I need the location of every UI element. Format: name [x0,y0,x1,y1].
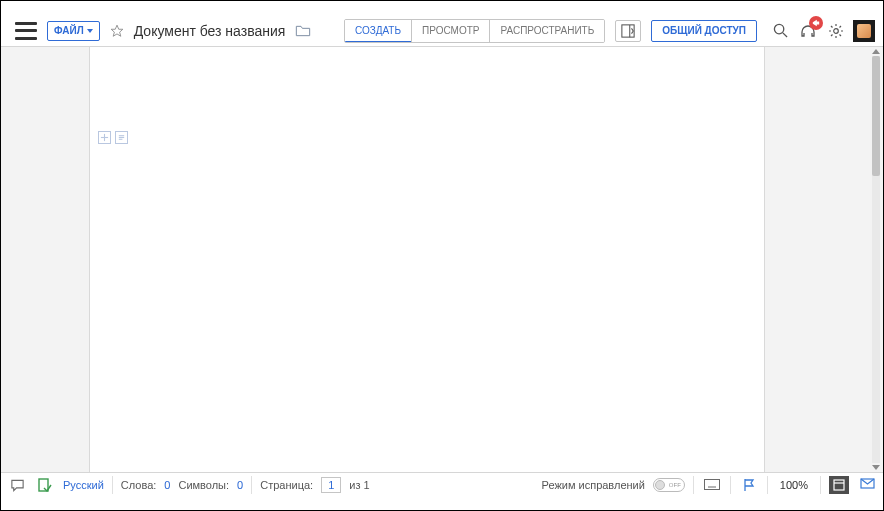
svg-line-4 [782,33,786,37]
keyboard-button[interactable] [702,476,722,494]
page-total: из 1 [349,479,369,491]
keyboard-icon [704,479,720,490]
separator [730,476,731,494]
chevron-down-icon [87,29,93,33]
svg-rect-1 [622,24,634,36]
panel-toggle-button[interactable] [615,20,641,42]
feedback-button[interactable] [857,476,877,494]
sidebar-icon [621,24,635,38]
search-icon [773,23,788,38]
svg-rect-12 [704,480,719,490]
window-top-gap [1,1,883,15]
status-bar: Русский Слова: 0 Символы: 0 Страница: 1 … [1,472,883,496]
hamburger-menu-icon[interactable] [15,22,37,40]
svg-rect-11 [39,479,48,491]
window-bottom-gap [1,496,883,510]
tab-distribute[interactable]: РАСПРОСТРАНИТЬ [489,20,604,42]
scroll-down-icon[interactable] [872,465,880,470]
notifications-button[interactable] [797,20,819,42]
editor-workspace [1,47,883,472]
file-menu-label: ФАЙЛ [54,25,84,36]
user-avatar[interactable] [853,20,875,42]
toggle-state-text: OFF [669,482,681,488]
speech-bubble-icon [10,478,25,492]
tab-create[interactable]: СОЗДАТЬ [345,20,411,43]
plus-icon [100,133,109,142]
search-button[interactable] [767,20,793,42]
review-mode-label: Режим исправлений [542,479,645,491]
chars-label: Символы: [178,479,229,491]
share-button[interactable]: ОБЩИЙ ДОСТУП [651,20,757,42]
scroll-track[interactable] [872,56,880,463]
svg-point-3 [774,24,783,33]
file-menu-button[interactable]: ФАЙЛ [47,21,100,41]
insert-plus-button[interactable] [98,131,111,144]
chars-count: 0 [237,479,243,491]
document-title[interactable]: Документ без названия [134,23,286,39]
page-current-input[interactable]: 1 [321,477,341,493]
header-utility-icons [767,20,875,42]
svg-marker-0 [111,25,123,36]
insert-block-widgets [98,131,128,144]
scroll-up-icon[interactable] [872,49,880,54]
scroll-thumb[interactable] [872,56,880,176]
document-page[interactable] [89,47,765,472]
review-mode-toggle[interactable]: OFF [653,478,685,492]
gear-icon [828,23,844,39]
app-header: ФАЙЛ Документ без названия СОЗДАТЬ ПРОСМ… [1,15,883,47]
words-label: Слова: [121,479,157,491]
navigator-button[interactable] [739,476,759,494]
lines-icon [117,133,126,142]
document-check-icon [38,478,52,492]
words-count: 0 [164,479,170,491]
language-selector[interactable]: Русский [63,479,104,491]
separator [693,476,694,494]
insert-text-button[interactable] [115,131,128,144]
vertical-scrollbar[interactable] [871,47,881,472]
tab-view[interactable]: ПРОСМОТР [411,20,489,42]
svg-point-5 [834,28,839,33]
zoom-level[interactable]: 100% [776,479,812,491]
mail-icon [860,478,875,491]
mode-tabs: СОЗДАТЬ ПРОСМОТР РАСПРОСТРАНИТЬ [344,19,605,43]
flag-icon [742,478,756,492]
comments-button[interactable] [7,476,27,494]
spellcheck-button[interactable] [35,476,55,494]
page-label: Страница: [260,479,313,491]
separator [767,476,768,494]
view-mode-normal[interactable] [829,476,849,494]
separator [112,476,113,494]
page-view-icon [833,479,845,491]
settings-button[interactable] [823,20,849,42]
svg-rect-18 [834,480,844,490]
toggle-knob [655,480,665,490]
megaphone-icon [812,19,820,27]
separator [251,476,252,494]
notification-badge [809,16,823,30]
star-icon[interactable] [110,24,124,38]
folder-icon[interactable] [295,24,311,38]
separator [820,476,821,494]
